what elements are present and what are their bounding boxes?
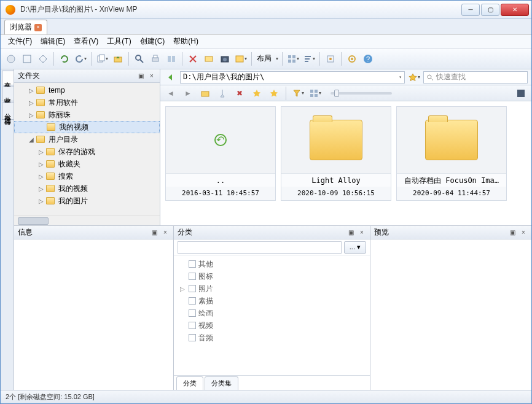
expand-icon[interactable]: ◢ [28, 136, 35, 143]
tab-categories[interactable]: 分类 [176, 376, 203, 390]
category-menu-button[interactable]: ... ▾ [344, 241, 366, 254]
tree-item[interactable]: ▷搜索 [14, 170, 160, 182]
sidetab-folders[interactable]: 文件夹 [2, 71, 14, 85]
thumbnail-item[interactable]: ..2016-03-11 10:45:57 [165, 106, 276, 201]
checkbox[interactable] [189, 260, 196, 268]
category-item[interactable]: 其他 [179, 258, 365, 270]
h-scrollbar[interactable] [14, 216, 160, 225]
nav-back-icon[interactable]: ◄ [164, 87, 178, 100]
tab-category-sets[interactable]: 分类集 [205, 376, 238, 390]
cut-icon[interactable] [186, 52, 200, 66]
thumbnail-item[interactable]: 自动存档由 FocusOn Ima…2020-09-04 11:44:57 [396, 106, 507, 201]
menu-help[interactable]: 帮助(H) [170, 35, 202, 48]
expand-icon[interactable]: ▷ [37, 149, 45, 155]
thumbnail-size-slider[interactable] [331, 92, 392, 95]
search-icon[interactable] [133, 52, 146, 66]
quick-search[interactable]: 快速查找 [423, 71, 528, 84]
checkbox[interactable] [189, 334, 196, 341]
thumbnail-item[interactable]: Light Alloy2020-10-09 10:56:15 [281, 106, 391, 201]
close-icon[interactable]: × [161, 228, 170, 237]
capture-icon[interactable] [218, 52, 232, 66]
delete-icon[interactable]: ✖ [233, 87, 246, 100]
expand-icon[interactable]: ▷ [28, 99, 35, 106]
open-icon[interactable] [4, 52, 18, 66]
settings-icon[interactable] [345, 52, 359, 66]
minimize-button[interactable]: ─ [461, 4, 480, 16]
tree-item[interactable]: 我的视频 [14, 121, 160, 133]
menu-view[interactable]: 查看(V) [70, 35, 102, 48]
checkbox[interactable] [189, 273, 196, 280]
thumbnail-grid[interactable]: ..2016-03-11 10:45:57Light Alloy2020-10-… [160, 101, 531, 225]
tree-item[interactable]: ▷我的视频 [14, 182, 160, 195]
tree-item[interactable]: ▷陈丽珠 [14, 109, 160, 121]
undock-icon[interactable]: ▣ [150, 228, 158, 237]
close-icon[interactable]: × [519, 228, 528, 237]
thumb-size-icon[interactable]: ▾ [308, 87, 322, 100]
menu-file[interactable]: 文件(F) [4, 35, 36, 48]
back-green-icon[interactable] [164, 71, 178, 84]
menu-create[interactable]: 创建(C) [136, 35, 169, 48]
tree-item[interactable]: ▷收藏夹 [14, 158, 160, 170]
checkbox[interactable] [189, 309, 196, 317]
tree-item[interactable]: ▷常用软件 [14, 96, 160, 109]
category-item[interactable]: 素描 [179, 295, 365, 307]
fullscreen-icon[interactable] [20, 52, 34, 66]
folder-open-icon[interactable] [198, 87, 212, 100]
compare-icon[interactable] [165, 52, 178, 66]
convert-icon[interactable] [202, 52, 216, 66]
close-icon[interactable]: × [34, 24, 42, 31]
category-item[interactable]: 视频 [179, 319, 365, 332]
category-item[interactable]: 音频 [179, 332, 365, 344]
tree-item[interactable]: ▷temp [14, 84, 160, 96]
toggle-view-icon[interactable] [514, 87, 528, 100]
star-up-icon[interactable] [250, 87, 264, 100]
tab-browser[interactable]: 浏览器 × [4, 20, 47, 34]
favorite-star-icon[interactable]: ▾ [407, 71, 421, 84]
checkbox[interactable] [189, 285, 196, 292]
sort-icon[interactable]: ▾ [302, 52, 316, 66]
folder-tree[interactable]: ▷temp▷常用软件▷陈丽珠我的视频◢用户目录▷保存的游戏▷收藏夹▷搜索▷我的视… [14, 83, 160, 216]
close-icon[interactable]: × [358, 228, 366, 237]
view-mode-icon[interactable]: ▾ [286, 52, 300, 66]
checkbox[interactable] [189, 297, 196, 305]
tree-item[interactable]: ◢用户目录 [14, 133, 160, 146]
refresh-icon[interactable] [58, 52, 71, 66]
undock-icon[interactable]: ▣ [508, 228, 517, 237]
expand-icon[interactable]: ▷ [28, 112, 35, 118]
menu-edit[interactable]: 编辑(E) [37, 35, 69, 48]
folder-up-icon[interactable] [111, 52, 125, 66]
undock-icon[interactable]: ▣ [346, 228, 355, 237]
help-icon[interactable]: ? [361, 52, 375, 66]
expand-icon[interactable]: ▷ [28, 87, 35, 94]
close-button[interactable]: ✕ [501, 4, 529, 16]
expand-icon[interactable]: ▷ [37, 161, 45, 168]
category-list[interactable]: 其他图标▷照片素描绘画视频音频 [174, 255, 370, 375]
path-input[interactable]: D:\用户目录\我的图片\ ▾ [180, 71, 405, 84]
slideshow-icon[interactable]: ▾ [234, 52, 248, 66]
nav-fwd-icon[interactable]: ► [181, 87, 195, 100]
star-down-icon[interactable] [267, 87, 281, 100]
checkbox[interactable] [189, 322, 196, 329]
expand-icon[interactable]: ▷ [37, 198, 45, 204]
category-item[interactable]: 绘画 [179, 307, 365, 319]
expand-icon[interactable]: ▷ [37, 173, 45, 180]
copy-icon[interactable]: ▾ [95, 52, 109, 66]
layout-dropdown[interactable]: ▾ [276, 56, 278, 61]
rotate-icon[interactable]: ▾ [74, 52, 87, 66]
maximize-button[interactable]: ▢ [481, 4, 499, 16]
print-icon[interactable] [149, 52, 162, 66]
tree-item[interactable]: ▷保存的游戏 [14, 146, 160, 158]
close-icon[interactable]: × [147, 72, 156, 80]
filter-icon[interactable]: ▾ [291, 87, 305, 100]
sidetab-filters[interactable]: 分类过滤器 [2, 103, 14, 120]
undock-icon[interactable]: ▣ [136, 72, 145, 80]
menu-tools[interactable]: 工具(T) [103, 35, 135, 48]
category-item[interactable]: 图标 [179, 270, 365, 282]
hex-icon[interactable] [36, 52, 50, 66]
pin-icon[interactable] [216, 87, 229, 100]
tag-icon[interactable] [324, 52, 337, 66]
category-item[interactable]: ▷照片 [179, 282, 365, 295]
expand-icon[interactable]: ▷ [37, 185, 45, 192]
sidetab-favorites[interactable]: 收藏夹 [2, 87, 14, 101]
category-search[interactable] [178, 241, 342, 254]
